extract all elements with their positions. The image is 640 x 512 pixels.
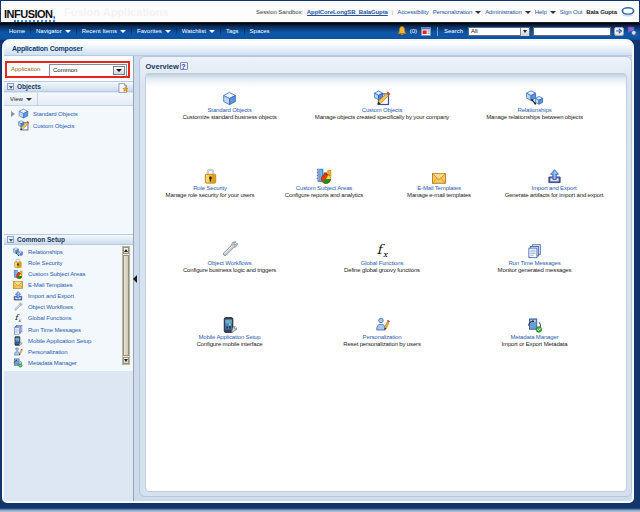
alerts-bell-icon[interactable] <box>397 26 407 36</box>
common-setup-list: Relationships Role Security Custom Subje… <box>4 245 133 371</box>
search-go-button[interactable] <box>614 27 624 36</box>
objects-panel-header[interactable]: Objects <box>4 81 133 92</box>
chevron-down-icon <box>209 30 215 33</box>
flag-icon[interactable] <box>421 27 431 36</box>
overview-item-import-and-export[interactable]: Import and ExportGenerate artifacts for … <box>454 164 640 198</box>
menubar-item-spaces[interactable]: Spaces <box>245 28 275 34</box>
setup-item-icon-wrap <box>12 325 23 335</box>
sidebar: Application Common Objects View Standard… <box>4 56 134 501</box>
overview-item-icon-wrap <box>547 164 562 184</box>
menubar-item-tags[interactable]: Tags <box>221 28 245 34</box>
scope-dropdown-button[interactable] <box>520 28 529 36</box>
session-sandbox-link[interactable]: ApplCoreLongSB_BalaGupta <box>307 9 388 15</box>
sidebar-collapse-handle[interactable] <box>133 274 138 283</box>
accessibility-link[interactable]: Accessibility <box>397 9 428 15</box>
help-icon[interactable]: ? <box>180 62 188 70</box>
new-object-icon[interactable] <box>118 83 128 93</box>
common-setup-panel-title: Common Setup <box>17 236 65 243</box>
mobile-icon <box>13 336 23 346</box>
sign-out-link[interactable]: Sign Out <box>560 9 583 15</box>
alerts-count[interactable]: (0) <box>410 28 417 34</box>
chevron-down-icon <box>165 30 171 33</box>
tree-item-icon-wrap <box>18 108 29 119</box>
objects-panel-title: Objects <box>17 83 41 90</box>
menubar-item-home[interactable]: Home <box>4 28 31 34</box>
setup-item-e-mail-templates[interactable]: E-Mail Templates <box>4 279 120 290</box>
go-arrow-icon <box>616 28 623 34</box>
overview-item-run-time-messages[interactable]: Run Time MessagesMonitor generated messa… <box>435 239 635 273</box>
setup-item-personalization[interactable]: Personalization <box>4 346 120 357</box>
expand-arrow-icon[interactable] <box>11 111 15 117</box>
tree-item-custom-objects[interactable]: Custom Objects <box>4 120 133 131</box>
setup-item-mobile-application-setup[interactable]: Mobile Application Setup <box>4 335 120 346</box>
cube-icon <box>18 108 29 119</box>
menubar-search-area: (0) Search All <box>397 23 637 39</box>
setup-item-icon-wrap <box>12 291 23 301</box>
chevron-down-icon <box>550 11 556 14</box>
overview-item-icon-wrap <box>221 313 238 333</box>
person-pencil-icon <box>13 347 23 357</box>
overview-title: Overview <box>146 62 179 71</box>
wrench-icon <box>220 240 239 259</box>
logo-text-underlined: FUSION, <box>14 8 55 22</box>
import-export-icon <box>13 291 23 301</box>
scrollbar-thumb[interactable] <box>123 255 129 356</box>
search-input[interactable] <box>533 27 611 36</box>
overview-item-metadata-manager[interactable]: Metadata ManagerImport or Export Metadat… <box>435 313 635 347</box>
cube-edit-icon <box>374 90 390 106</box>
lock-icon <box>13 258 23 268</box>
import-export-icon <box>547 169 562 184</box>
scroll-down-button[interactable] <box>123 357 129 364</box>
collapse-chevron-icon[interactable] <box>7 236 14 243</box>
search-scope-select[interactable]: All <box>468 27 530 36</box>
objects-view-toolbar: View <box>4 93 133 106</box>
cube-edit-icon <box>18 120 29 131</box>
session-sandbox-label: Session Sandbox: <box>256 9 303 15</box>
pages-icon <box>527 244 542 259</box>
page-title: Application Composer <box>12 45 83 52</box>
setup-item-relationships[interactable]: Relationships <box>4 246 120 257</box>
global-header: INFUSION, Fusion Applications Session Sa… <box>1 1 639 23</box>
page-title-band: Application Composer <box>4 41 632 56</box>
menubar-item-watchlist[interactable]: Watchlist <box>177 28 221 34</box>
view-menu-button[interactable]: View <box>10 96 23 102</box>
chevron-down-icon <box>120 30 126 33</box>
setup-item-metadata-manager[interactable]: Metadata Manager <box>4 358 120 369</box>
setup-item-global-functions[interactable]: f x Global Functions <box>4 313 120 324</box>
annotation-highlight-box <box>5 61 130 78</box>
scroll-up-button[interactable] <box>123 247 129 254</box>
setup-item-import-and-export[interactable]: Import and Export <box>4 291 120 302</box>
personalization-menu[interactable]: Personalization <box>433 9 482 15</box>
logo-text-head: IN <box>4 8 14 20</box>
envelope-icon <box>432 173 446 184</box>
chevron-down-icon <box>525 11 531 14</box>
menubar-item-navigator[interactable]: Navigator <box>31 28 77 34</box>
setup-item-run-time-messages[interactable]: Run Time Messages <box>4 324 120 335</box>
administration-menu[interactable]: Administration <box>485 9 531 15</box>
tree-item-standard-objects[interactable]: Standard Objects <box>4 108 133 119</box>
help-menu[interactable]: Help <box>535 9 556 15</box>
advanced-search-icon[interactable] <box>627 26 637 36</box>
overview-item-icon-wrap <box>432 164 446 184</box>
divider <box>437 27 438 36</box>
setup-item-object-workflows[interactable]: Object Workflows <box>4 302 120 313</box>
collapse-chevron-icon[interactable] <box>7 83 14 90</box>
topbar-links: Session Sandbox: ApplCoreLongSB_BalaGupt… <box>256 1 635 23</box>
main-menubar: HomeNavigatorRecent ItemsFavoritesWatchl… <box>0 23 640 40</box>
overview-item-relationships[interactable]: RelationshipsManage relationships betwee… <box>435 86 635 120</box>
page-container: Application Composer Application Common … <box>2 39 634 503</box>
common-setup-panel-header[interactable]: Common Setup <box>4 234 133 245</box>
person-pencil-icon <box>375 317 390 333</box>
setup-item-role-security[interactable]: Role Security <box>4 257 120 268</box>
setup-item-icon-wrap <box>12 358 23 368</box>
setup-item-icon-wrap <box>12 247 23 257</box>
menubar-item-favorites[interactable]: Favorites <box>132 28 177 34</box>
adv-search-icon <box>627 26 637 36</box>
overview-item-icon-wrap <box>204 164 217 184</box>
setup-item-custom-subject-areas[interactable]: Custom Subject Areas <box>4 268 120 279</box>
menubar-item-recent-items[interactable]: Recent Items <box>77 28 132 34</box>
window-frame-bottom <box>0 503 640 512</box>
setup-item-icon-wrap <box>12 347 23 357</box>
overview-item-icon-wrap <box>526 86 543 106</box>
overview-item-icon-wrap <box>220 239 239 259</box>
